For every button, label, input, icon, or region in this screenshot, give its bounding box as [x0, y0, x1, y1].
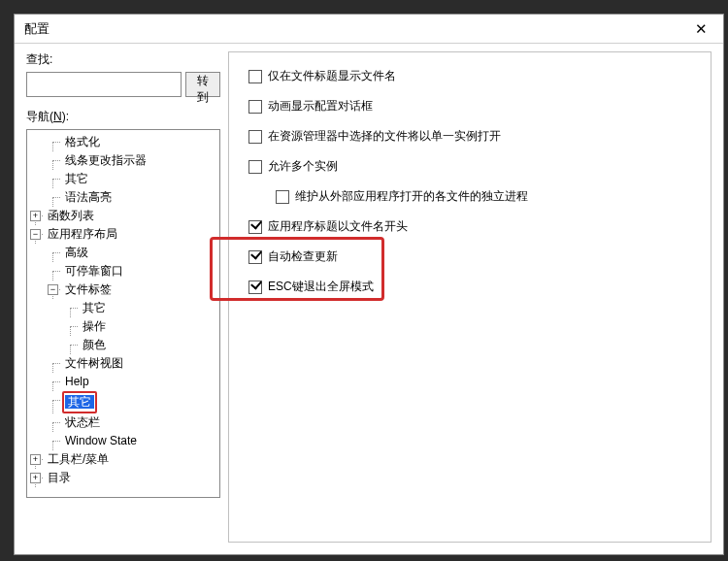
tree-item[interactable]: 颜色 — [80, 338, 109, 351]
tree-item-label: 操作 — [80, 319, 109, 333]
tree-item[interactable]: 操作 — [80, 319, 109, 333]
close-icon[interactable]: ✕ — [680, 16, 721, 42]
tree-item[interactable]: 可停靠窗口 — [62, 264, 126, 278]
checkbox[interactable] — [248, 100, 262, 114]
option-label: 应用程序标题以文件名开头 — [268, 218, 408, 235]
option-label: 动画显示配置对话框 — [268, 98, 373, 115]
tree-item[interactable]: 线条更改指示器 — [62, 153, 149, 167]
tree-item-label: 工具栏/菜单 — [45, 452, 112, 466]
tree-item-label: 高级 — [62, 246, 91, 259]
option-row: ESC键退出全屏模式 — [248, 279, 691, 295]
tree-item[interactable]: 函数列表 — [45, 209, 97, 222]
tree-item-label: 函数列表 — [45, 209, 97, 222]
dialog-title: 配置 — [24, 20, 680, 38]
option-row: 允许多个实例 — [248, 158, 691, 175]
options-panel: 仅在文件标题显示文件名动画显示配置对话框在资源管理器中选择的文件将以单一实例打开… — [228, 51, 711, 543]
tree-item-label: 文件标签 — [62, 282, 115, 296]
tree-item[interactable]: 状态栏 — [62, 415, 103, 429]
tree-item-label: Window State — [62, 434, 140, 447]
tree-item-label: 其它 — [65, 395, 94, 409]
checkbox[interactable] — [248, 130, 262, 144]
option-row: 动画显示配置对话框 — [248, 98, 691, 115]
option-label: 在资源管理器中选择的文件将以单一实例打开 — [268, 128, 501, 145]
checkbox[interactable] — [248, 250, 262, 264]
tree-item-label: 应用程序布局 — [45, 227, 120, 241]
option-label: 允许多个实例 — [268, 158, 338, 175]
tree-toggle-icon[interactable]: + — [30, 454, 41, 465]
tree-item[interactable]: 工具栏/菜单 — [45, 452, 112, 466]
checkbox[interactable] — [248, 70, 262, 83]
tree-item[interactable]: 目录 — [45, 471, 74, 484]
option-row: 维护从外部应用程序打开的各文件的独立进程 — [248, 188, 691, 205]
tree-item-label: 可停靠窗口 — [62, 264, 126, 278]
config-dialog: 配置 ✕ 查找: 转到 导航(N): 格式化线条更改指示器其它语法高亮+函数列表… — [14, 14, 724, 555]
option-row: 自动检查更新 — [248, 248, 691, 265]
tree-item[interactable]: 文件树视图 — [62, 356, 126, 370]
tree-item[interactable]: 语法高亮 — [62, 190, 115, 204]
tree-item-label: 线条更改指示器 — [62, 153, 149, 167]
tree-item[interactable]: 高级 — [62, 246, 91, 259]
option-label: 自动检查更新 — [268, 248, 338, 265]
nav-tree[interactable]: 格式化线条更改指示器其它语法高亮+函数列表−应用程序布局高级可停靠窗口−文件标签… — [26, 129, 220, 498]
checkbox[interactable] — [248, 160, 262, 174]
tree-item[interactable]: 文件标签 — [62, 282, 115, 296]
option-row: 在资源管理器中选择的文件将以单一实例打开 — [248, 128, 691, 145]
option-label: 维护从外部应用程序打开的各文件的独立进程 — [295, 188, 528, 205]
tree-item-label: 目录 — [45, 471, 74, 484]
search-label: 查找: — [26, 51, 220, 68]
tree-item-label: 语法高亮 — [62, 190, 115, 204]
tree-item[interactable]: 其它 — [80, 301, 109, 314]
option-label: ESC键退出全屏模式 — [268, 279, 374, 295]
tree-item[interactable]: 应用程序布局 — [45, 227, 120, 241]
option-row: 应用程序标题以文件名开头 — [248, 218, 691, 235]
titlebar: 配置 ✕ — [15, 15, 723, 44]
tree-item-label: 格式化 — [62, 135, 103, 148]
option-label: 仅在文件标题显示文件名 — [268, 68, 396, 84]
tree-item[interactable]: 其它 — [62, 172, 91, 185]
tree-item-label: 其它 — [80, 301, 109, 314]
tree-item-label: Help — [62, 375, 92, 388]
tree-item-label: 状态栏 — [62, 415, 103, 429]
checkbox[interactable] — [248, 220, 262, 234]
option-row: 仅在文件标题显示文件名 — [248, 68, 691, 84]
tree-item[interactable]: 格式化 — [62, 135, 103, 148]
go-button[interactable]: 转到 — [185, 72, 220, 97]
tree-toggle-icon[interactable]: − — [30, 229, 41, 240]
tree-item-label: 颜色 — [80, 338, 109, 351]
tree-toggle-icon[interactable]: + — [30, 473, 41, 483]
tree-item[interactable]: Help — [62, 375, 92, 388]
tree-toggle-icon[interactable]: − — [48, 284, 58, 295]
search-input[interactable] — [26, 72, 182, 97]
tree-item[interactable]: 其它 — [62, 395, 97, 409]
tree-item[interactable]: Window State — [62, 434, 140, 447]
checkbox[interactable] — [276, 190, 289, 204]
checkbox[interactable] — [248, 280, 262, 294]
tree-toggle-icon[interactable]: + — [30, 211, 41, 221]
left-column: 查找: 转到 导航(N): 格式化线条更改指示器其它语法高亮+函数列表−应用程序… — [26, 51, 220, 543]
tree-item-label: 其它 — [62, 172, 91, 185]
dialog-body: 查找: 转到 导航(N): 格式化线条更改指示器其它语法高亮+函数列表−应用程序… — [15, 44, 723, 554]
tree-item-label: 文件树视图 — [62, 356, 126, 370]
nav-label: 导航(N): — [26, 109, 220, 125]
